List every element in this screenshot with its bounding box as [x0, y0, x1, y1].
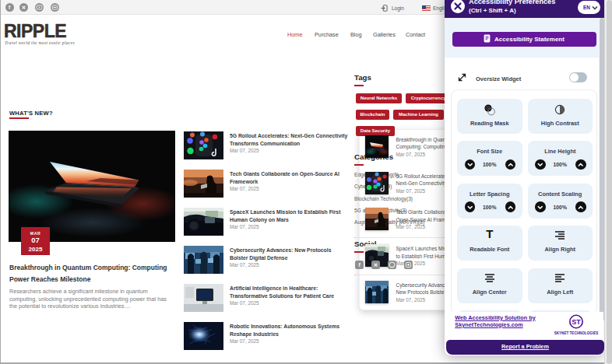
svg-text:SKYNET TECHNOLOGIES: SKYNET TECHNOLOGIES	[554, 331, 599, 335]
svg-text:ST: ST	[572, 318, 581, 326]
